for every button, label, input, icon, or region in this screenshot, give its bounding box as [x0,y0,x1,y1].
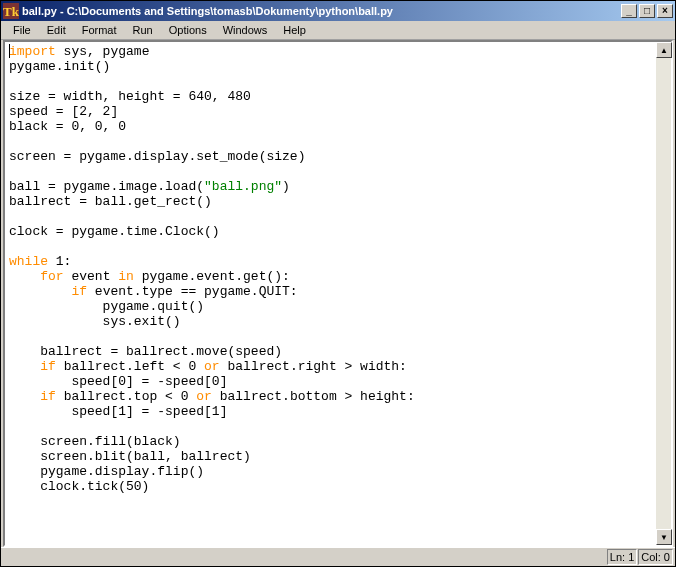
menu-run[interactable]: Run [125,22,161,38]
status-line: Ln: 1 [607,549,637,565]
menu-file[interactable]: File [5,22,39,38]
title-filename: ball.py - [22,5,67,17]
text-cursor [9,44,10,58]
code-line: pygame.init() [9,59,651,74]
code-line: speed[1] = -speed[1] [9,404,651,419]
maximize-button[interactable]: □ [639,4,655,18]
app-icon: Tk [3,3,19,19]
code-editor[interactable]: import sys, pygamepygame.init() size = w… [5,42,655,545]
code-line: if ballrect.left < 0 or ballrect.right >… [9,359,651,374]
code-line: size = width, height = 640, 480 [9,89,651,104]
menu-format[interactable]: Format [74,22,125,38]
close-button[interactable]: × [657,4,673,18]
code-line: ball = pygame.image.load("ball.png") [9,179,651,194]
window-title: ball.py - C:\Documents and Settings\toma… [22,5,619,17]
title-buttons: _ □ × [619,4,673,18]
code-line: while 1: [9,254,651,269]
menu-help[interactable]: Help [275,22,314,38]
code-line: screen = pygame.display.set_mode(size) [9,149,651,164]
code-line: screen.blit(ball, ballrect) [9,449,651,464]
code-line [9,164,651,179]
code-line: import sys, pygame [9,44,651,59]
code-line: black = 0, 0, 0 [9,119,651,134]
code-line: clock.tick(50) [9,479,651,494]
code-line: for event in pygame.event.get(): [9,269,651,284]
editor-area: import sys, pygamepygame.init() size = w… [3,40,673,547]
code-line: clock = pygame.time.Clock() [9,224,651,239]
code-line [9,419,651,434]
code-line [9,209,651,224]
code-line [9,239,651,254]
code-line: speed = [2, 2] [9,104,651,119]
code-line [9,329,651,344]
app-window: Tk ball.py - C:\Documents and Settings\t… [0,0,676,567]
menu-options[interactable]: Options [161,22,215,38]
status-col: Col: 0 [638,549,673,565]
code-line [9,134,651,149]
title-path: C:\Documents and Settings\tomasb\Dokumen… [67,5,393,17]
code-line: ballrect = ballrect.move(speed) [9,344,651,359]
menu-edit[interactable]: Edit [39,22,74,38]
statusbar: Ln: 1 Col: 0 [1,547,675,566]
scroll-track[interactable] [656,58,671,529]
code-line: screen.fill(black) [9,434,651,449]
code-line: pygame.quit() [9,299,651,314]
vertical-scrollbar[interactable]: ▲ ▼ [655,42,671,545]
code-line: ballrect = ball.get_rect() [9,194,651,209]
menubar: File Edit Format Run Options Windows Hel… [1,21,675,40]
scroll-up-button[interactable]: ▲ [656,42,672,58]
code-line [9,74,651,89]
scroll-down-button[interactable]: ▼ [656,529,672,545]
code-line: if ballrect.top < 0 or ballrect.bottom >… [9,389,651,404]
menu-windows[interactable]: Windows [215,22,276,38]
code-line: pygame.display.flip() [9,464,651,479]
minimize-button[interactable]: _ [621,4,637,18]
titlebar[interactable]: Tk ball.py - C:\Documents and Settings\t… [1,1,675,21]
code-line: sys.exit() [9,314,651,329]
code-line: speed[0] = -speed[0] [9,374,651,389]
code-line: if event.type == pygame.QUIT: [9,284,651,299]
